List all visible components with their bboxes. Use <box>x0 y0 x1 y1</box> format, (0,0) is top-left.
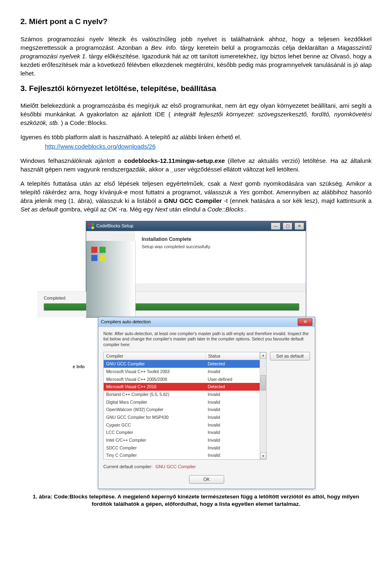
text: -ra. Még egy <box>119 206 155 213</box>
dialog-note: Note: After auto-detection, at least one… <box>103 331 310 348</box>
cell-compiler: Intel C/C++ Compiler <box>104 437 205 444</box>
paragraph: A telepítés futtatása után az első lépés… <box>20 179 372 213</box>
compilers-dialog-titlebar: Compilers auto-detection ✕ <box>98 317 315 327</box>
paragraph: Mielőtt belekezdünk a programozásba és m… <box>20 101 372 127</box>
codeblocks-icon <box>88 223 94 229</box>
cell-status: Invalid <box>205 437 260 444</box>
table-row[interactable]: OpenWatcom (W32) CompilerInvalid <box>104 406 260 414</box>
cell-status: Invalid <box>205 399 260 406</box>
cell-status: User-defined <box>205 376 260 383</box>
table-row[interactable]: LCC CompilerInvalid <box>104 429 260 436</box>
cell-status: Invalid <box>205 452 260 459</box>
col-status[interactable]: Status <box>206 352 260 360</box>
text: Windows felhasználóknak ajánlott a <box>20 157 124 164</box>
installer-subtext: Setup was completed successfully. <box>142 244 299 250</box>
paragraph: Számos programozási nyelv létezik és val… <box>20 35 372 78</box>
text: ) a Code::Blocks. <box>61 119 107 126</box>
col-compiler[interactable]: Compiler <box>104 352 206 360</box>
scroll-track[interactable] <box>260 359 266 453</box>
text-italic: Code::Blocks <box>207 206 243 213</box>
table-row[interactable]: Digital Mars CompilerInvalid <box>104 398 260 406</box>
table-row[interactable]: Microsoft Visual C++ 2010Detected <box>104 383 260 391</box>
text: . <box>245 206 247 213</box>
installer-heading: Installation Complete <box>142 236 299 243</box>
cell-status: Detected <box>205 383 260 390</box>
text: tárgy keretein belül a programozás célja… <box>180 44 337 51</box>
cell-compiler: LCC Compiler <box>104 429 205 436</box>
cell-compiler: Cygwin GCC <box>104 422 205 429</box>
download-link[interactable]: http://www.codeblocks.org/downloads/26 <box>45 143 156 150</box>
minimize-button[interactable]: — <box>271 222 281 230</box>
table-row[interactable]: GNU GCC CompilerDetected <box>104 360 260 368</box>
svg-rect-1 <box>91 223 94 226</box>
installer-progress-label: Completed <box>44 295 299 301</box>
figure-caption: 1. ábra: Code:Blocks telepítése. A megje… <box>33 493 359 508</box>
close-button[interactable]: ✕ <box>298 318 312 326</box>
text: -t (ennek hatására a sor kék lesz), majd… <box>224 197 372 204</box>
table-header: Compiler Status <box>104 352 260 360</box>
scroll-up-button[interactable]: ▲ <box>260 352 266 359</box>
cell-compiler: Borland C++ Compiler (5.5, 5.82) <box>104 391 205 398</box>
compilers-dialog-body: Note: After auto-detection, at least one… <box>98 327 315 489</box>
scroll-thumb[interactable] <box>261 375 266 391</box>
table-row[interactable]: Borland C++ Compiler (5.5, 5.82)Invalid <box>104 391 260 398</box>
text-italic: OK <box>108 206 117 213</box>
codeblocks-icon <box>90 246 135 264</box>
compilers-dialog-title: Compilers auto-detection <box>101 319 151 325</box>
text-italic: Bev. info. <box>151 44 177 51</box>
cell-compiler: GNU GCC Compiler for MSP430 <box>104 414 205 421</box>
table-row[interactable]: Microsoft Visual C++ Toolkit 2003Invalid <box>104 368 260 376</box>
table-scrollbar[interactable]: ▲ ▼ <box>260 352 266 460</box>
text: végződéssel ellátott változat kell letöl… <box>187 166 299 173</box>
set-as-default-button[interactable]: Set as default <box>270 352 310 360</box>
svg-rect-6 <box>91 255 98 261</box>
svg-rect-5 <box>100 247 106 253</box>
cell-status: Invalid <box>205 368 260 375</box>
table-row[interactable]: Microsoft Visual C++ 2005/2008User-defin… <box>104 376 260 383</box>
cell-compiler: GNU GCC Compiler <box>104 360 205 367</box>
table-row[interactable]: Intel C/C++ CompilerInvalid <box>104 436 260 444</box>
installer-progress-bar <box>44 303 299 311</box>
truncated-label: e Info <box>73 364 85 370</box>
cell-status: Invalid <box>205 391 260 398</box>
installer-window: CodeBlocks Setup — ▢ ✕ Installation Comp… <box>86 221 306 317</box>
installer-title: CodeBlocks Setup <box>96 223 134 229</box>
cell-status: Invalid <box>205 422 260 429</box>
table-row[interactable]: GNU GCC Compiler for MSP430Invalid <box>104 414 260 421</box>
cell-compiler: Tiny C Compiler <box>104 452 205 459</box>
compiler-table[interactable]: Compiler Status GNU GCC CompilerDetected… <box>103 352 267 460</box>
svg-rect-2 <box>88 227 91 229</box>
text-bold: GNU GCC Compiler <box>164 197 222 204</box>
scrollописание-down-button[interactable]: ▼ <box>260 453 266 459</box>
link-row: http://www.codeblocks.org/downloads/26 <box>45 142 372 151</box>
current-default-value: GNU GCC Compiler <box>156 464 196 469</box>
cell-status: Invalid <box>205 406 260 413</box>
cell-compiler: Digital Mars Compiler <box>104 399 205 406</box>
paragraph: Windows felhasználóknak ajánlott a codeb… <box>20 156 372 173</box>
cell-compiler: Microsoft Visual C++ Toolkit 2003 <box>104 368 205 375</box>
text-italic: _user <box>171 166 186 173</box>
text-italic: Set as default <box>20 206 58 213</box>
table-row[interactable]: SDCC CompilerInvalid <box>104 444 260 452</box>
text-bold: codeblocks-12.11mingw-setup.exe <box>124 157 225 164</box>
text: A telepítés futtatása után az első lépés… <box>20 180 229 187</box>
cell-status: Invalid <box>205 445 260 451</box>
svg-rect-4 <box>91 247 98 253</box>
cell-status: Detected <box>205 360 260 367</box>
svg-rect-7 <box>100 255 106 261</box>
close-button[interactable]: ✕ <box>294 222 304 230</box>
current-default-row: Current default compiler: GNU GCC Compil… <box>103 464 310 470</box>
heading-section-3: 3. Fejlesztői környezet letöltése, telep… <box>20 83 372 94</box>
text-italic: Yes <box>239 189 249 196</box>
table-row[interactable]: Tiny C CompilerInvalid <box>104 451 260 459</box>
maximize-button[interactable]: ▢ <box>283 222 292 230</box>
text-italic: Next <box>229 180 242 187</box>
current-default-label: Current default compiler: <box>103 464 152 469</box>
ok-button[interactable]: OK <box>189 475 224 484</box>
text-italic: Next <box>155 206 167 213</box>
cell-compiler: OpenWatcom (W32) Compiler <box>104 406 205 413</box>
table-row[interactable]: Cygwin GCCInvalid <box>104 421 260 429</box>
svg-rect-3 <box>91 227 94 229</box>
text: után elindul a <box>169 206 207 213</box>
installer-side-banner <box>86 241 136 317</box>
